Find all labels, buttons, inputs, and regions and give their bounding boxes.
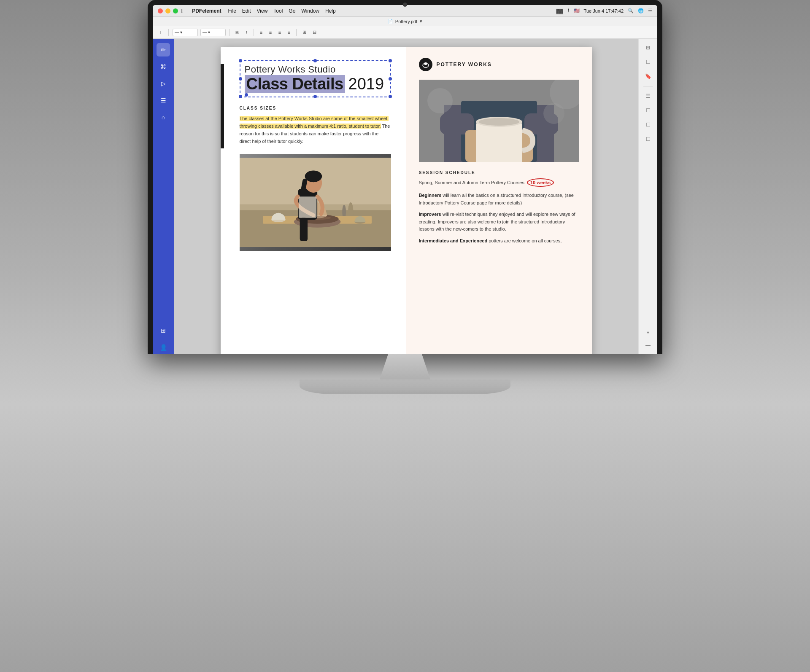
panel-bottom: + —	[643, 328, 653, 354]
pdf-area[interactable]: Pottery Works Studio Class Details 2019 …	[174, 39, 638, 354]
panel-page-icon[interactable]: ☐	[643, 57, 653, 67]
handle-tr[interactable]	[389, 59, 392, 62]
session-heading: SESSION SCHEDULE	[419, 170, 579, 175]
apple-logo-icon: 	[181, 8, 184, 14]
panel-doc-icon[interactable]: ☐	[643, 106, 653, 115]
main-title-text: Class Details	[245, 75, 345, 93]
monitor-stand	[148, 354, 662, 394]
menu-items: File Edit View Tool Go Window Help	[228, 8, 335, 14]
remove-icon[interactable]: —	[643, 341, 653, 350]
beginners-entry: Beginners will learn all the basics on a…	[419, 192, 579, 207]
menu-view[interactable]: View	[257, 8, 268, 14]
align-right-button[interactable]: ≡	[276, 29, 283, 36]
pdf-left-page: Pottery Works Studio Class Details 2019 …	[221, 47, 406, 354]
right-panel: ⊞ ☐ 🔖 ☰ ☐ ☐ ☐ + —	[638, 39, 657, 354]
sidebar-item-navigation[interactable]: ▷	[157, 77, 170, 90]
bold-button[interactable]: B	[234, 29, 240, 36]
stand-base	[300, 379, 510, 394]
svg-rect-11	[298, 196, 316, 218]
menu-window[interactable]: Window	[301, 8, 319, 14]
handle-mr[interactable]	[389, 77, 392, 81]
pw-header: POTTERY WORKS	[419, 58, 579, 71]
session-intro: Spring, Summer and Autumn Term Pottery C…	[419, 178, 579, 187]
align-left-button[interactable]: ≡	[258, 29, 265, 36]
handle-tl[interactable]	[239, 59, 242, 62]
fullscreen-button[interactable]	[173, 8, 178, 13]
search-icon[interactable]: 🔍	[628, 8, 634, 13]
intermediates-text: potters are welcome on all courses,	[487, 238, 562, 243]
handle-bl[interactable]	[239, 95, 242, 98]
panel-divider	[643, 86, 653, 86]
svg-rect-12	[300, 218, 307, 241]
mug-photo	[419, 80, 579, 162]
mug-svg	[419, 80, 579, 162]
year-text: 2019	[348, 75, 384, 93]
panel-export-icon[interactable]: ☐	[643, 120, 653, 129]
title-text-box[interactable]: Pottery Works Studio Class Details 2019	[240, 60, 391, 97]
menu-file[interactable]: File	[228, 8, 236, 14]
toolbar-separator-3	[254, 29, 254, 36]
stand-neck	[363, 354, 447, 379]
menu-help[interactable]: Help	[325, 8, 336, 14]
panel-grid-icon[interactable]: ⊞	[643, 43, 653, 52]
pottery-wheel-photo	[240, 154, 391, 251]
table-icon[interactable]: ⊞	[300, 29, 308, 36]
menu-edit[interactable]: Edit	[242, 8, 251, 14]
pdf-page: Pottery Works Studio Class Details 2019 …	[221, 47, 592, 354]
panel-list-icon[interactable]: ☰	[643, 91, 653, 101]
pdf-filename: Pottery.pdf	[395, 19, 417, 24]
handle-br[interactable]	[389, 95, 392, 98]
minimize-button[interactable]	[165, 8, 170, 13]
left-sidebar: ✏ ⌘ ▷ ☰ ⌂ ⊞ 👤	[153, 39, 174, 354]
beginners-text: will learn all the basics on a structure…	[419, 193, 574, 205]
sidebar-item-protect[interactable]: ⊞	[157, 324, 170, 337]
screen-bezel:  PDFelement File Edit View Tool Go Wind…	[148, 0, 662, 354]
sidebar-item-edit[interactable]: ✏	[157, 43, 170, 56]
flag-icon: 🇺🇸	[574, 8, 580, 13]
sidebar-item-forms[interactable]: ⌂	[157, 110, 170, 124]
close-button[interactable]	[158, 8, 163, 13]
font-family-dropdown[interactable]: — ▾	[173, 29, 198, 36]
svg-point-25	[479, 118, 519, 126]
handle-ml[interactable]	[239, 77, 242, 81]
pw-logo	[419, 58, 432, 71]
add-icon[interactable]: +	[643, 328, 653, 337]
titlebar: 📄 Pottery.pdf ▾	[153, 17, 657, 26]
highlighted-body-text: The classes at the Pottery Works Studio …	[240, 116, 389, 129]
italic-button[interactable]: I	[243, 29, 250, 36]
intermediates-entry: Intermediates and Experienced potters ar…	[419, 237, 579, 245]
toolbar: T — ▾ — ▾ B I ≡ ≡ ≡	[153, 26, 657, 39]
sidebar-item-organize[interactable]: ☰	[157, 94, 170, 107]
align-justify-button[interactable]: ≡	[286, 29, 292, 36]
text-tool-icon[interactable]: T	[157, 29, 165, 36]
weeks-badge: 10 weeks	[527, 178, 554, 187]
handle-bc[interactable]	[313, 95, 317, 98]
menu-tool[interactable]: Tool	[273, 8, 283, 14]
list-icon: ☰	[648, 8, 652, 13]
insert-icon[interactable]: ⊟	[310, 29, 318, 36]
menu-go[interactable]: Go	[289, 8, 295, 14]
svg-point-10	[305, 170, 322, 182]
pw-brand-name: POTTERY WORKS	[437, 62, 492, 67]
class-sizes-heading: CLASS SIZES	[240, 106, 391, 110]
sidebar-item-comment[interactable]: ⌘	[157, 60, 170, 73]
panel-bookmark-icon[interactable]: 🔖	[643, 72, 653, 81]
wifi-icon: ⌇	[567, 8, 570, 13]
titlebar-chevron[interactable]: ▾	[420, 19, 422, 24]
align-center-button[interactable]: ≡	[267, 29, 274, 36]
menubar:  PDFelement File Edit View Tool Go Wind…	[153, 5, 657, 17]
class-details-highlighted: Class Details	[245, 75, 345, 93]
toolbar-separator-4	[296, 29, 297, 36]
main-area: ✏ ⌘ ▷ ☰ ⌂ ⊞ 👤	[153, 39, 657, 354]
traffic-lights	[158, 8, 178, 13]
improvers-label: Improvers	[419, 212, 441, 217]
pdf-file-icon: 📄	[388, 19, 393, 24]
font-size-dropdown[interactable]: — ▾	[200, 29, 226, 36]
improvers-text: will re-visit techniques they enjoyed an…	[419, 212, 575, 231]
monitor-outer:  PDFelement File Edit View Tool Go Wind…	[148, 0, 662, 394]
intermediates-label: Intermediates and Experienced	[419, 238, 488, 243]
panel-ocr-icon[interactable]: ☐	[643, 134, 653, 144]
sidebar-item-user[interactable]: 👤	[157, 341, 170, 354]
datetime-label: Tue Jun 4 17:47:42	[584, 8, 624, 13]
improvers-entry: Improvers will re-visit techniques they …	[419, 211, 579, 233]
